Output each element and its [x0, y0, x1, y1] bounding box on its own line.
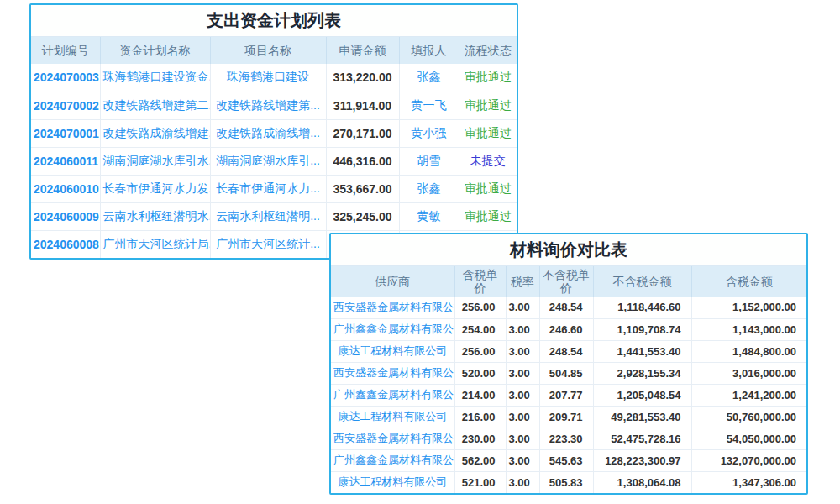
plan-table-row: 2024060009云南水利枢纽潜明水...云南水利枢纽潜明...325,245…: [31, 202, 517, 230]
quote-table-row: 康达工程材料有限公司256.003.00248.541,441,553.401,…: [331, 340, 806, 362]
taxed-unit-price: 216.00: [454, 406, 506, 428]
fund-plan-name: 改建铁路线增建第二...: [100, 92, 210, 119]
project-name: 长春市伊通河水力...: [210, 175, 326, 202]
plan-table-row: 2024060011湖南洞庭湖水库引水...湖南洞庭湖水库引...446,316…: [31, 147, 517, 175]
request-amount: 446,316.00: [326, 147, 399, 175]
taxed-amount: 132,070,000.00: [691, 449, 806, 471]
taxed-amount: 3,016,000.00: [691, 362, 806, 384]
supplier-name-link[interactable]: 广州鑫鑫金属材料有限公司: [331, 384, 454, 406]
taxed-unit-price: 520.00: [454, 362, 506, 384]
untaxed-amount: 1,441,553.40: [593, 340, 691, 362]
quote-table-header-row: 供应商含税单价税率不含税单价不含税金额含税金额: [331, 266, 806, 297]
quote-table-row: 康达工程材料有限公司521.003.00505.831,308,064.081,…: [331, 471, 806, 493]
taxed-amount: 1,347,306.00: [691, 471, 806, 493]
tax-rate: 3.00: [506, 340, 539, 362]
untaxed-amount: 1,205,048.54: [593, 384, 691, 406]
supplier-name-link[interactable]: 西安盛器金属材料有限公司: [331, 362, 454, 384]
reporter-name: 张鑫: [399, 175, 459, 202]
taxed-unit-price: 230.00: [454, 428, 506, 449]
plan-number-link[interactable]: 2024060010: [31, 175, 100, 202]
tax-rate: 3.00: [506, 471, 539, 493]
reporter-name: 张鑫: [399, 64, 459, 92]
flow-status[interactable]: 审批通过: [459, 202, 517, 230]
taxed-unit-price: 521.00: [454, 471, 506, 493]
untaxed-unit-price: 504.85: [539, 362, 593, 384]
tax-rate: 3.00: [506, 318, 539, 340]
plan-number-link[interactable]: 2024070001: [31, 119, 100, 147]
request-amount: 353,667.00: [326, 175, 399, 202]
plan-table-header-row: 计划编号资金计划名称项目名称申请金额填报人流程状态: [31, 37, 517, 64]
project-name: 广州市天河区统计...: [210, 230, 326, 258]
flow-status[interactable]: 审批通过: [459, 119, 517, 147]
taxed-amount: 1,152,000.00: [691, 297, 806, 318]
tax-rate: 3.00: [506, 362, 539, 384]
quote-table-title: 材料询价对比表: [331, 234, 806, 266]
plan-table-col-header-2: 项目名称: [210, 37, 326, 64]
quote-table-row: 广州鑫鑫金属材料有限公司254.003.00246.601,109,708.74…: [331, 318, 806, 340]
tax-rate: 3.00: [506, 449, 539, 471]
plan-table-row: 2024070002改建铁路线增建第二...改建铁路线增建第...311,914…: [31, 92, 517, 119]
plan-table-col-header-3: 申请金额: [326, 37, 399, 64]
taxed-unit-price: 256.00: [454, 340, 506, 362]
plan-table-col-header-4: 填报人: [399, 37, 459, 64]
taxed-amount: 1,241,200.00: [691, 384, 806, 406]
untaxed-unit-price: 505.83: [539, 471, 593, 493]
plan-table: 计划编号资金计划名称项目名称申请金额填报人流程状态 2024070003珠海鹤港…: [31, 37, 517, 258]
untaxed-unit-price: 248.54: [539, 340, 593, 362]
quote-table-col-header-1: 含税单价: [454, 266, 506, 297]
plan-table-row: 2024070001改建铁路成渝线增建...改建铁路成渝线增...270,171…: [31, 119, 517, 147]
taxed-unit-price: 254.00: [454, 318, 506, 340]
project-name: 改建铁路线增建第...: [210, 92, 326, 119]
supplier-name-link[interactable]: 康达工程材料有限公司: [331, 340, 454, 362]
quote-table-row: 西安盛器金属材料有限公司230.003.00223.3052,475,728.1…: [331, 428, 806, 449]
quote-table-col-header-2: 税率: [506, 266, 539, 297]
plan-number-link[interactable]: 2024070003: [31, 64, 100, 92]
untaxed-amount: 2,928,155.34: [593, 362, 691, 384]
plan-table-col-header-5: 流程状态: [459, 37, 517, 64]
untaxed-unit-price: 209.71: [539, 406, 593, 428]
request-amount: 311,914.00: [326, 92, 399, 119]
taxed-amount: 50,760,000.00: [691, 406, 806, 428]
plan-table-col-header-1: 资金计划名称: [100, 37, 210, 64]
tax-rate: 3.00: [506, 384, 539, 406]
untaxed-amount: 1,308,064.08: [593, 471, 691, 493]
supplier-name-link[interactable]: 西安盛器金属材料有限公司: [331, 428, 454, 449]
taxed-unit-price: 562.00: [454, 449, 506, 471]
untaxed-unit-price: 223.30: [539, 428, 593, 449]
project-name: 珠海鹤港口建设: [210, 64, 326, 92]
project-name: 改建铁路成渝线增...: [210, 119, 326, 147]
fund-plan-name: 云南水利枢纽潜明水...: [100, 202, 210, 230]
supplier-name-link[interactable]: 广州鑫鑫金属材料有限公司: [331, 318, 454, 340]
supplier-name-link[interactable]: 广州鑫鑫金属材料有限公司: [331, 449, 454, 471]
supplier-name-link[interactable]: 康达工程材料有限公司: [331, 406, 454, 428]
fund-plan-name: 广州市天河区统计局...: [100, 230, 210, 258]
reporter-name: 黄敏: [399, 202, 459, 230]
untaxed-amount: 49,281,553.40: [593, 406, 691, 428]
flow-status[interactable]: 审批通过: [459, 92, 517, 119]
supplier-name-link[interactable]: 康达工程材料有限公司: [331, 471, 454, 493]
plan-number-link[interactable]: 2024070002: [31, 92, 100, 119]
quote-table-col-header-4: 不含税金额: [593, 266, 691, 297]
plan-table-col-header-0: 计划编号: [31, 37, 100, 64]
untaxed-amount: 128,223,300.97: [593, 449, 691, 471]
fund-plan-name: 湖南洞庭湖水库引水...: [100, 147, 210, 175]
plan-number-link[interactable]: 2024060008: [31, 230, 100, 258]
untaxed-unit-price: 207.77: [539, 384, 593, 406]
quote-table: 供应商含税单价税率不含税单价不含税金额含税金额 西安盛器金属材料有限公司256.…: [331, 266, 806, 493]
flow-status[interactable]: 审批通过: [459, 175, 517, 202]
taxed-unit-price: 256.00: [454, 297, 506, 318]
flow-status[interactable]: 审批通过: [459, 64, 517, 92]
quote-table-row: 西安盛器金属材料有限公司256.003.00248.541,118,446.60…: [331, 297, 806, 318]
quote-table-col-header-3: 不含税单价: [539, 266, 593, 297]
untaxed-amount: 1,118,446.60: [593, 297, 691, 318]
supplier-name-link[interactable]: 西安盛器金属材料有限公司: [331, 297, 454, 318]
quote-table-row: 康达工程材料有限公司216.003.00209.7149,281,553.405…: [331, 406, 806, 428]
taxed-unit-price: 214.00: [454, 384, 506, 406]
plan-table-row: 2024070003珠海鹤港口建设资金...珠海鹤港口建设313,220.00张…: [31, 64, 517, 92]
tax-rate: 3.00: [506, 428, 539, 449]
flow-status[interactable]: 未提交: [459, 147, 517, 175]
plan-number-link[interactable]: 2024060009: [31, 202, 100, 230]
plan-number-link[interactable]: 2024060011: [31, 147, 100, 175]
reporter-name: 胡雪: [399, 147, 459, 175]
untaxed-unit-price: 545.63: [539, 449, 593, 471]
